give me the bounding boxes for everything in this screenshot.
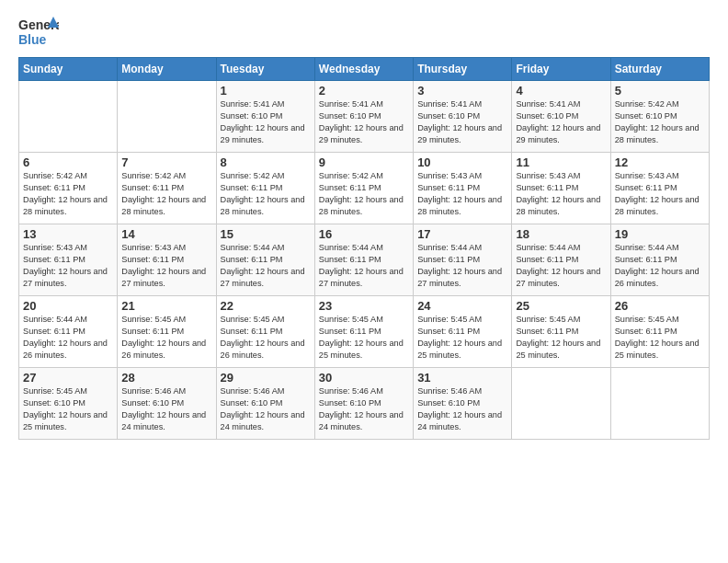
day-info: Sunrise: 5:45 AM Sunset: 6:11 PM Dayligh…	[319, 314, 409, 362]
week-row-4: 20Sunrise: 5:44 AM Sunset: 6:11 PM Dayli…	[19, 296, 710, 368]
svg-text:Blue: Blue	[18, 32, 47, 47]
day-info: Sunrise: 5:42 AM Sunset: 6:11 PM Dayligh…	[121, 170, 211, 218]
day-cell: 14Sunrise: 5:43 AM Sunset: 6:11 PM Dayli…	[118, 224, 216, 296]
day-info: Sunrise: 5:45 AM Sunset: 6:10 PM Dayligh…	[23, 385, 113, 433]
col-header-friday: Friday	[512, 58, 610, 81]
day-number: 3	[417, 84, 507, 98]
day-number: 12	[615, 155, 705, 169]
day-number: 9	[319, 155, 409, 169]
day-number: 22	[221, 299, 311, 313]
day-info: Sunrise: 5:43 AM Sunset: 6:11 PM Dayligh…	[516, 170, 606, 218]
day-number: 13	[23, 227, 113, 241]
day-cell: 15Sunrise: 5:44 AM Sunset: 6:11 PM Dayli…	[216, 224, 314, 296]
day-cell: 12Sunrise: 5:43 AM Sunset: 6:11 PM Dayli…	[610, 153, 709, 224]
day-number: 24	[417, 299, 507, 313]
day-info: Sunrise: 5:42 AM Sunset: 6:11 PM Dayligh…	[221, 170, 311, 218]
day-number: 19	[615, 227, 705, 241]
day-info: Sunrise: 5:43 AM Sunset: 6:11 PM Dayligh…	[23, 242, 113, 290]
day-cell: 11Sunrise: 5:43 AM Sunset: 6:11 PM Dayli…	[512, 153, 610, 224]
day-number: 25	[516, 299, 606, 313]
day-cell: 22Sunrise: 5:45 AM Sunset: 6:11 PM Dayli…	[216, 296, 314, 368]
page: General Blue SundayMondayTuesdayWednesda…	[0, 0, 728, 449]
day-number: 20	[23, 299, 113, 313]
day-info: Sunrise: 5:45 AM Sunset: 6:11 PM Dayligh…	[516, 314, 606, 362]
day-info: Sunrise: 5:46 AM Sunset: 6:10 PM Dayligh…	[221, 385, 311, 433]
day-info: Sunrise: 5:42 AM Sunset: 6:10 PM Dayligh…	[615, 98, 705, 146]
day-cell: 5Sunrise: 5:42 AM Sunset: 6:10 PM Daylig…	[610, 81, 709, 153]
day-info: Sunrise: 5:41 AM Sunset: 6:10 PM Dayligh…	[221, 98, 311, 146]
day-number: 28	[121, 371, 211, 385]
col-header-saturday: Saturday	[610, 58, 709, 81]
day-number: 15	[221, 227, 311, 241]
day-cell: 1Sunrise: 5:41 AM Sunset: 6:10 PM Daylig…	[216, 81, 314, 153]
day-cell: 29Sunrise: 5:46 AM Sunset: 6:10 PM Dayli…	[216, 368, 314, 440]
day-info: Sunrise: 5:45 AM Sunset: 6:11 PM Dayligh…	[615, 314, 705, 362]
logo: General Blue	[18, 15, 59, 50]
day-number: 11	[516, 155, 606, 169]
day-cell: 30Sunrise: 5:46 AM Sunset: 6:10 PM Dayli…	[314, 368, 413, 440]
day-cell: 24Sunrise: 5:45 AM Sunset: 6:11 PM Dayli…	[414, 296, 512, 368]
day-cell: 28Sunrise: 5:46 AM Sunset: 6:10 PM Dayli…	[118, 368, 216, 440]
day-info: Sunrise: 5:42 AM Sunset: 6:11 PM Dayligh…	[319, 170, 409, 218]
day-cell: 27Sunrise: 5:45 AM Sunset: 6:10 PM Dayli…	[19, 368, 118, 440]
day-cell: 25Sunrise: 5:45 AM Sunset: 6:11 PM Dayli…	[512, 296, 610, 368]
day-number: 21	[121, 299, 211, 313]
day-number: 7	[121, 155, 211, 169]
day-info: Sunrise: 5:44 AM Sunset: 6:11 PM Dayligh…	[516, 242, 606, 290]
week-row-2: 6Sunrise: 5:42 AM Sunset: 6:11 PM Daylig…	[19, 153, 710, 224]
day-cell: 6Sunrise: 5:42 AM Sunset: 6:11 PM Daylig…	[19, 153, 118, 224]
day-number: 8	[221, 155, 311, 169]
day-cell: 21Sunrise: 5:45 AM Sunset: 6:11 PM Dayli…	[118, 296, 216, 368]
header: General Blue	[18, 15, 710, 50]
day-number: 14	[121, 227, 211, 241]
day-cell: 16Sunrise: 5:44 AM Sunset: 6:11 PM Dayli…	[314, 224, 413, 296]
header-row: SundayMondayTuesdayWednesdayThursdayFrid…	[19, 58, 710, 81]
day-cell	[19, 81, 118, 153]
col-header-wednesday: Wednesday	[314, 58, 413, 81]
week-row-3: 13Sunrise: 5:43 AM Sunset: 6:11 PM Dayli…	[19, 224, 710, 296]
col-header-monday: Monday	[118, 58, 216, 81]
day-cell: 2Sunrise: 5:41 AM Sunset: 6:10 PM Daylig…	[314, 81, 413, 153]
day-number: 4	[516, 84, 606, 98]
day-info: Sunrise: 5:45 AM Sunset: 6:11 PM Dayligh…	[417, 314, 507, 362]
calendar-table: SundayMondayTuesdayWednesdayThursdayFrid…	[18, 57, 710, 440]
day-number: 5	[615, 84, 705, 98]
day-number: 6	[23, 155, 113, 169]
day-cell: 31Sunrise: 5:46 AM Sunset: 6:10 PM Dayli…	[414, 368, 512, 440]
day-info: Sunrise: 5:41 AM Sunset: 6:10 PM Dayligh…	[516, 98, 606, 146]
day-cell: 26Sunrise: 5:45 AM Sunset: 6:11 PM Dayli…	[610, 296, 709, 368]
day-info: Sunrise: 5:46 AM Sunset: 6:10 PM Dayligh…	[121, 385, 211, 433]
logo-svg: General Blue	[18, 15, 59, 50]
col-header-tuesday: Tuesday	[216, 58, 314, 81]
day-info: Sunrise: 5:43 AM Sunset: 6:11 PM Dayligh…	[121, 242, 211, 290]
day-cell: 19Sunrise: 5:44 AM Sunset: 6:11 PM Dayli…	[610, 224, 709, 296]
day-number: 23	[319, 299, 409, 313]
day-info: Sunrise: 5:44 AM Sunset: 6:11 PM Dayligh…	[319, 242, 409, 290]
day-info: Sunrise: 5:43 AM Sunset: 6:11 PM Dayligh…	[417, 170, 507, 218]
day-number: 2	[319, 84, 409, 98]
day-info: Sunrise: 5:44 AM Sunset: 6:11 PM Dayligh…	[417, 242, 507, 290]
day-cell	[512, 368, 610, 440]
day-info: Sunrise: 5:44 AM Sunset: 6:11 PM Dayligh…	[615, 242, 705, 290]
day-cell: 18Sunrise: 5:44 AM Sunset: 6:11 PM Dayli…	[512, 224, 610, 296]
day-info: Sunrise: 5:46 AM Sunset: 6:10 PM Dayligh…	[417, 385, 507, 433]
day-info: Sunrise: 5:44 AM Sunset: 6:11 PM Dayligh…	[23, 314, 113, 362]
day-cell	[118, 81, 216, 153]
day-cell	[610, 368, 709, 440]
week-row-1: 1Sunrise: 5:41 AM Sunset: 6:10 PM Daylig…	[19, 81, 710, 153]
day-number: 31	[417, 371, 507, 385]
day-info: Sunrise: 5:42 AM Sunset: 6:11 PM Dayligh…	[23, 170, 113, 218]
day-info: Sunrise: 5:46 AM Sunset: 6:10 PM Dayligh…	[319, 385, 409, 433]
day-number: 1	[221, 84, 311, 98]
day-number: 18	[516, 227, 606, 241]
day-cell: 9Sunrise: 5:42 AM Sunset: 6:11 PM Daylig…	[314, 153, 413, 224]
day-info: Sunrise: 5:41 AM Sunset: 6:10 PM Dayligh…	[417, 98, 507, 146]
day-number: 27	[23, 371, 113, 385]
day-cell: 20Sunrise: 5:44 AM Sunset: 6:11 PM Dayli…	[19, 296, 118, 368]
day-info: Sunrise: 5:43 AM Sunset: 6:11 PM Dayligh…	[615, 170, 705, 218]
day-cell: 23Sunrise: 5:45 AM Sunset: 6:11 PM Dayli…	[314, 296, 413, 368]
day-cell: 17Sunrise: 5:44 AM Sunset: 6:11 PM Dayli…	[414, 224, 512, 296]
col-header-thursday: Thursday	[414, 58, 512, 81]
day-cell: 8Sunrise: 5:42 AM Sunset: 6:11 PM Daylig…	[216, 153, 314, 224]
day-number: 29	[221, 371, 311, 385]
